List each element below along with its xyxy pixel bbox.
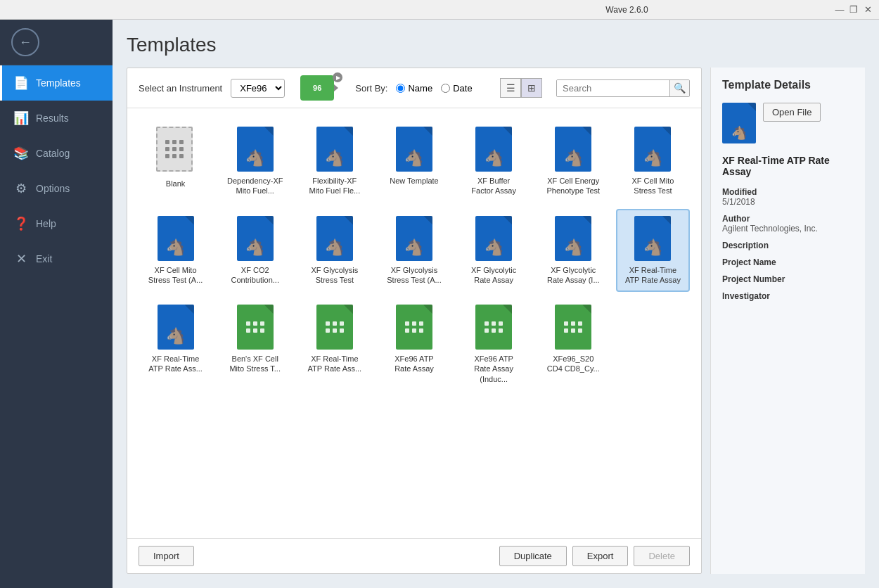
template-item-atp-rate[interactable]: 🐴 XF Real-Time ATP Rate Assay xyxy=(616,209,690,293)
template-item-dep-mito[interactable]: 🐴 Dependency-XF Mito Fuel... xyxy=(218,120,292,203)
template-file-icon xyxy=(396,305,432,350)
sort-name-option[interactable]: Name xyxy=(396,83,432,94)
export-button[interactable]: Export xyxy=(572,546,629,566)
template-item-atp-real2[interactable]: XF Real-Time ATP Rate Ass... xyxy=(297,298,371,391)
sidebar-item-templates[interactable]: 📄 Templates xyxy=(0,65,113,101)
help-icon: ❓ xyxy=(13,216,29,231)
template-file-icon xyxy=(475,305,512,350)
template-item-xfe96-induced[interactable]: XFe96 ATP Rate Assay (Induc... xyxy=(457,298,531,391)
template-file-icon: 🐴 xyxy=(158,216,194,261)
back-button[interactable]: ← xyxy=(11,28,39,56)
template-name: Blank xyxy=(166,179,186,188)
instrument-label: Select an Instrument xyxy=(139,83,222,94)
template-file-icon: 🐴 xyxy=(316,216,353,261)
template-file-icon: 🐴 xyxy=(634,127,671,172)
template-item-xfe96-atp[interactable]: XFe96 ATP Rate Assay xyxy=(377,298,451,391)
template-item-glycolysis[interactable]: 🐴 XF Glycolysis Stress Test xyxy=(297,209,371,293)
search-input[interactable] xyxy=(557,80,669,96)
bottom-bar: Import Duplicate Export Delete xyxy=(127,538,701,573)
template-name: XF Real-Time ATP Rate Assay xyxy=(624,265,681,286)
template-item-atp-ass1[interactable]: 🐴 XF Real-Time ATP Rate Ass... xyxy=(139,298,212,391)
details-icon-area: Open File xyxy=(722,103,854,143)
import-button[interactable]: Import xyxy=(139,546,194,566)
content-panel: Select an Instrument XFe96 XFe24 XF96 96… xyxy=(127,68,702,574)
sidebar-item-label: Catalog xyxy=(36,148,70,159)
template-item-co2[interactable]: 🐴 XF CO2 Contribution... xyxy=(218,209,292,293)
details-field-value: 5/1/2018 xyxy=(722,197,854,207)
template-file-icon xyxy=(316,305,353,350)
exit-icon: ✕ xyxy=(13,251,29,267)
template-name: XF Cell Mito Stress Test (A... xyxy=(148,265,204,286)
template-item-blank[interactable]: Blank xyxy=(139,120,212,203)
template-item-cell-mito-a[interactable]: 🐴 XF Cell Mito Stress Test (A... xyxy=(139,209,212,293)
template-item-glycolytic-i[interactable]: 🐴 XF Glycolytic Rate Assay (I... xyxy=(537,209,610,293)
window-controls: — ❐ ✕ xyxy=(834,4,873,15)
template-item-buffer-factor[interactable]: 🐴 XF Buffer Factor Assay xyxy=(457,120,531,203)
template-name: XF Cell Mito Stress Test xyxy=(624,176,681,196)
template-file-icon: 🐴 xyxy=(237,127,274,172)
sidebar: ← 📄 Templates 📊 Results 📚 Catalog ⚙ Opti… xyxy=(0,20,113,588)
template-item-new-template[interactable]: 🐴 New Template xyxy=(377,120,451,203)
template-item-flex-mito[interactable]: 🐴 Flexibility-XF Mito Fuel Fle... xyxy=(297,120,371,203)
close-button[interactable]: ✕ xyxy=(862,4,873,15)
sort-name-radio[interactable] xyxy=(396,84,405,93)
template-file-icon xyxy=(555,305,591,350)
details-field-label: Project Name xyxy=(722,257,854,267)
template-name: XF Buffer Factor Assay xyxy=(466,176,522,196)
template-name: XF Real-Time ATP Rate Ass... xyxy=(148,354,204,374)
template-file-icon xyxy=(156,127,195,174)
template-file-icon: 🐴 xyxy=(396,127,432,172)
app-title: Wave 2.6.0 xyxy=(420,5,834,15)
sidebar-item-exit[interactable]: ✕ Exit xyxy=(0,241,113,276)
toolbar: Select an Instrument XFe96 XFe24 XF96 96… xyxy=(127,68,701,108)
duplicate-button[interactable]: Duplicate xyxy=(499,546,567,566)
template-name: XF Real-Time ATP Rate Ass... xyxy=(307,354,363,374)
template-item-glycolytic-rate[interactable]: 🐴 XF Glycolytic Rate Assay xyxy=(457,209,531,293)
template-file-icon: 🐴 xyxy=(475,127,512,172)
results-icon: 📊 xyxy=(13,110,29,126)
template-file-icon: 🐴 xyxy=(316,127,353,172)
open-file-button[interactable]: Open File xyxy=(763,103,821,122)
template-name: Flexibility-XF Mito Fuel Fle... xyxy=(307,176,363,196)
details-assay-name: XF Real-Time ATP Rate Assay xyxy=(722,155,854,177)
list-view-button[interactable]: ☰ xyxy=(500,78,521,98)
sidebar-item-options[interactable]: ⚙ Options xyxy=(0,171,113,206)
template-file-icon: 🐴 xyxy=(555,127,591,172)
template-name: XF Glycolytic Rate Assay (I... xyxy=(545,265,601,286)
sidebar-back: ← xyxy=(0,20,113,65)
template-item-bens-mito[interactable]: Ben's XF Cell Mito Stress T... xyxy=(218,298,292,391)
template-name: XF Glycolysis Stress Test (A... xyxy=(386,265,442,286)
catalog-icon: 📚 xyxy=(13,146,29,161)
template-name: XFe96 ATP Rate Assay (Induc... xyxy=(466,354,522,384)
template-item-cell-energy[interactable]: 🐴 XF Cell Energy Phenotype Test xyxy=(537,120,610,203)
details-field-label: Modified xyxy=(722,187,854,197)
details-field-label: Project Number xyxy=(722,274,854,284)
details-title: Template Details xyxy=(722,79,854,91)
sort-radio-group: Name Date xyxy=(396,83,472,94)
template-file-icon: 🐴 xyxy=(237,216,274,261)
main-content: Templates Select an Instrument XFe96 XFe… xyxy=(113,20,879,588)
sidebar-item-catalog[interactable]: 📚 Catalog xyxy=(0,136,113,171)
grid-view-button[interactable]: ⊞ xyxy=(521,78,542,98)
template-item-xfe96-s20[interactable]: XFe96_S20 CD4 CD8_Cy... xyxy=(537,298,610,391)
sort-label: Sort By: xyxy=(355,83,387,94)
template-name: XF Cell Energy Phenotype Test xyxy=(545,176,601,196)
template-name: XF Glycolysis Stress Test xyxy=(307,265,363,286)
maximize-button[interactable]: ❐ xyxy=(848,4,859,15)
sort-date-radio[interactable] xyxy=(441,84,450,93)
template-file-icon: 🐴 xyxy=(158,305,194,350)
template-item-glycolysis-a[interactable]: 🐴 XF Glycolysis Stress Test (A... xyxy=(377,209,451,293)
title-bar: Wave 2.6.0 — ❐ ✕ xyxy=(0,0,879,20)
minimize-button[interactable]: — xyxy=(834,4,845,15)
template-item-cell-mito-1[interactable]: 🐴 XF Cell Mito Stress Test xyxy=(616,120,690,203)
sidebar-item-label: Results xyxy=(36,113,69,124)
sort-date-option[interactable]: Date xyxy=(441,83,472,94)
sidebar-item-help[interactable]: ❓ Help xyxy=(0,206,113,241)
search-box: 🔍 xyxy=(556,79,690,97)
details-panel: Template Details Open File XF Real-Time … xyxy=(710,68,865,574)
search-button[interactable]: 🔍 xyxy=(669,80,689,96)
instrument-select[interactable]: XFe96 XFe24 XF96 xyxy=(231,79,285,98)
delete-button[interactable]: Delete xyxy=(634,546,690,566)
sidebar-item-results[interactable]: 📊 Results xyxy=(0,101,113,136)
view-toggle: ☰ ⊞ xyxy=(500,78,542,98)
